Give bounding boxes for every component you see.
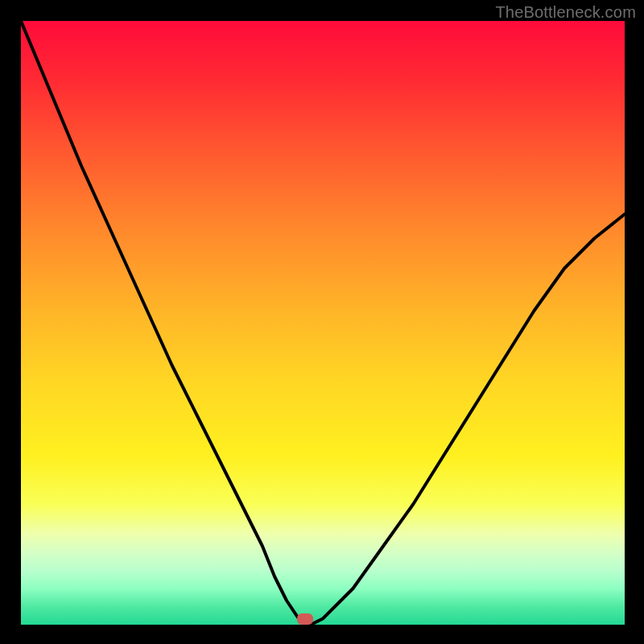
chart-container: TheBottleneck.com [0, 0, 644, 644]
attribution-text: TheBottleneck.com [495, 3, 636, 22]
optimal-point-marker [297, 613, 313, 625]
plot-area [21, 21, 625, 625]
curve-path [21, 21, 625, 625]
bottleneck-curve [21, 21, 625, 625]
